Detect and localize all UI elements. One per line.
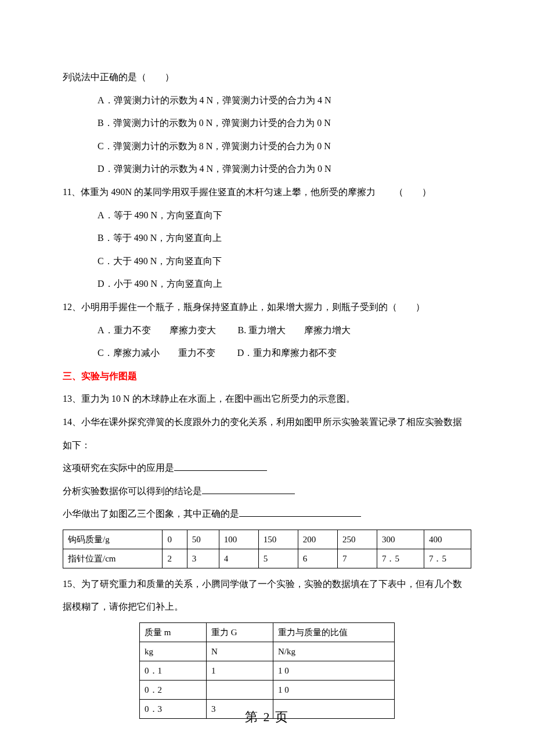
- table-cell: 4: [219, 549, 258, 568]
- page-number: 第 2 页: [0, 707, 534, 727]
- q12-choice-c: C．摩擦力减小 重力不变: [98, 348, 215, 358]
- q13-stem: 13、重力为 10 N 的木球静止在水面上，在图中画出它所受力的示意图。: [63, 391, 471, 406]
- table-cell: 1 0: [273, 681, 394, 700]
- q15-h1c: 重力与质量的比值: [273, 623, 394, 642]
- q12-choice-d: D．重力和摩擦力都不变: [237, 348, 337, 358]
- q11-choice-a: A．等于 490 N，方向竖直向下: [63, 208, 471, 223]
- q12-stem: 12、小明用手握住一个瓶子，瓶身保持竖直静止，如果增大握力，则瓶子受到的（ ）: [63, 300, 471, 315]
- table-cell: 3: [187, 549, 219, 568]
- q11-stem: 11、体重为 490N 的某同学用双手握住竖直的木杆匀速上攀，他所受的摩擦力 （…: [63, 185, 471, 200]
- q11-choice-c: C．大于 490 N，方向竖直向下: [63, 254, 471, 269]
- q11-choice-b: B．等于 490 N，方向竖直向上: [63, 231, 471, 246]
- q14-line3: 这项研究在实际中的应用是: [63, 463, 174, 473]
- q10-stem: 列说法中正确的是（ ）: [63, 70, 471, 85]
- q14-line1: 14、小华在课外探究弹簧的长度跟外力的变化关系，利用如图甲所示实验装置记录了相应…: [63, 415, 471, 430]
- table-cell: 50: [187, 530, 219, 549]
- q14-line4: 分析实验数据你可以得到的结论是: [63, 486, 202, 496]
- q14-table: 钩码质量/g 0 50 100 150 200 250 300 400 指针位置…: [63, 530, 471, 568]
- fill-blank[interactable]: [202, 485, 295, 494]
- table-cell: 5: [258, 549, 298, 568]
- fill-blank[interactable]: [239, 507, 361, 517]
- table-cell: 300: [377, 530, 424, 549]
- q14-line4-wrap: 分析实验数据你可以得到的结论是: [63, 484, 471, 499]
- table-cell: 7．5: [424, 549, 471, 568]
- table-cell: 6: [298, 549, 337, 568]
- q14-th-mass: 钩码质量/g: [63, 530, 163, 549]
- q14-line2: 如下：: [63, 438, 471, 453]
- table-cell: 7: [337, 549, 377, 568]
- table-cell: 250: [337, 530, 377, 549]
- q15-h2c: N/kg: [273, 642, 394, 661]
- section-3-header: 三、实验与作图题: [63, 369, 471, 384]
- table-cell: 400: [424, 530, 471, 549]
- table-cell: 7．5: [377, 549, 424, 568]
- q10-choice-d: D．弹簧测力计的示数为 4 N，弹簧测力计受的合力为 0 N: [63, 161, 471, 177]
- q15-h2b: N: [206, 642, 273, 661]
- q14-th-pointer: 指针位置/cm: [63, 549, 163, 568]
- q10-choice-a: A．弹簧测力计的示数为 4 N，弹簧测力计受的合力为 4 N: [63, 93, 471, 108]
- q14-line3-wrap: 这项研究在实际中的应用是: [63, 460, 471, 476]
- q12-choices-row2: C．摩擦力减小 重力不变 D．重力和摩擦力都不变: [63, 345, 471, 361]
- table-cell: 2: [163, 549, 187, 568]
- q14-line5-wrap: 小华做出了如图乙三个图象，其中正确的是: [63, 506, 471, 521]
- table-cell: 0．2: [140, 681, 207, 700]
- q15-table: 质量 m 重力 G 重力与质量的比值 kg N N/kg 0．1 1 1 0 0…: [139, 622, 395, 719]
- table-cell: 0．1: [140, 661, 207, 681]
- q15-h1b: 重力 G: [206, 623, 273, 642]
- table-cell: 0: [163, 530, 187, 549]
- table-cell: 1 0: [273, 661, 394, 681]
- q12-choices-row1: A．重力不变 摩擦力变大 B. 重力增大 摩擦力增大: [63, 323, 471, 338]
- q11-choice-d: D．小于 490 N，方向竖直向上: [63, 276, 471, 291]
- table-cell: 150: [258, 530, 298, 549]
- table-cell[interactable]: [206, 681, 273, 700]
- q14-line5: 小华做出了如图乙三个图象，其中正确的是: [63, 509, 239, 519]
- q10-choice-b: B．弹簧测力计的示数为 0 N，弹簧测力计受的合力为 0 N: [63, 116, 471, 131]
- fill-blank[interactable]: [174, 462, 267, 471]
- q15-h2a: kg: [140, 642, 207, 661]
- q15-h1a: 质量 m: [140, 623, 207, 642]
- q12-choice-a: A．重力不变 摩擦力变大: [98, 325, 216, 335]
- q15-line1: 15、为了研究重力和质量的关系，小腾同学做了一个实验，实验的数据填在了下表中，但…: [63, 577, 471, 592]
- q12-choice-b: B. 重力增大 摩擦力增大: [238, 325, 351, 335]
- q10-choice-c: C．弹簧测力计的示数为 8 N，弹簧测力计受的合力为 0 N: [63, 139, 471, 154]
- table-cell: 100: [219, 530, 258, 549]
- table-cell: 1: [206, 661, 273, 681]
- q15-line2: 据模糊了，请你把它们补上。: [63, 599, 471, 614]
- table-cell: 200: [298, 530, 337, 549]
